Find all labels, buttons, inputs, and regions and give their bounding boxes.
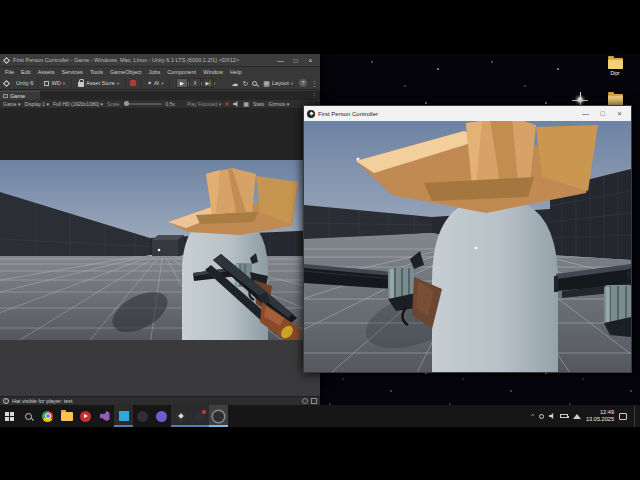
taskbar-chrome[interactable] xyxy=(38,405,57,427)
mute-audio-icon[interactable] xyxy=(233,101,239,107)
vscode-icon xyxy=(119,411,129,421)
vsync-grid-icon[interactable]: ▦ xyxy=(243,101,249,107)
play-button[interactable]: ▶ xyxy=(176,78,188,88)
cloud-icon[interactable]: ☁ xyxy=(231,80,238,87)
recorder-icon xyxy=(194,411,205,422)
menu-help[interactable]: Help xyxy=(230,69,242,75)
taskbar-search-button[interactable] xyxy=(19,405,38,427)
player-viewport[interactable] xyxy=(304,121,631,372)
taskbar-visual-studio[interactable] xyxy=(95,405,114,427)
chevron-down-icon: ▾ xyxy=(291,81,293,86)
game-viewport[interactable] xyxy=(0,109,320,396)
clock-time: 12:49 xyxy=(586,409,614,416)
letterbox-bottom xyxy=(0,340,320,396)
search-icon xyxy=(25,413,32,420)
people-tray-icon[interactable] xyxy=(539,414,544,419)
pause-button[interactable]: ‖ xyxy=(189,78,201,88)
taskbar-unity-hub[interactable] xyxy=(171,405,190,427)
panel-more-icon[interactable]: ⋮ xyxy=(311,91,317,98)
gizmos-dropdown[interactable]: Gizmos ▾ xyxy=(268,101,289,107)
desktop-folder-label: Dipr xyxy=(602,70,628,76)
maximize-button[interactable]: □ xyxy=(594,107,611,121)
start-button[interactable] xyxy=(0,405,19,427)
console-status-message[interactable]: Hat visible for player: test xyxy=(12,398,299,404)
show-desktop-button[interactable] xyxy=(634,405,637,427)
desktop-folder-2[interactable] xyxy=(602,94,628,105)
crosshair-dot xyxy=(158,249,161,252)
taskbar-vscode[interactable] xyxy=(114,405,133,427)
chevron-down-icon: ▾ xyxy=(161,81,163,86)
stats-button[interactable]: Stats xyxy=(253,101,264,107)
purple-app-icon xyxy=(156,411,167,422)
chevron-down-icon: ▾ xyxy=(63,81,65,86)
ai-dropdown[interactable]: ✦ AI ▾ xyxy=(145,78,165,88)
distant-cube xyxy=(152,235,184,258)
battery-icon[interactable] xyxy=(560,414,568,418)
more-menu-icon[interactable]: ⋮ xyxy=(311,80,318,87)
search-icon[interactable] xyxy=(252,81,257,86)
scale-slider-knob[interactable] xyxy=(124,101,129,106)
desktop[interactable]: Dipr First Person Controller - Game - Wi… xyxy=(0,54,640,405)
taskbar-app-purple[interactable] xyxy=(152,405,171,427)
menu-tools[interactable]: Tools xyxy=(90,69,103,75)
network-icon[interactable] xyxy=(573,414,581,419)
taskbar-game-window[interactable] xyxy=(209,405,228,427)
unity-version-button[interactable]: Unity 6 xyxy=(16,80,33,86)
activity-icon[interactable] xyxy=(302,398,308,404)
taskbar-clock[interactable]: 12:49 13.05.2025 xyxy=(586,409,614,424)
menu-gameobject[interactable]: GameObject xyxy=(110,69,141,75)
history-icon[interactable]: ↻ xyxy=(242,80,248,87)
view-mode-dropdown[interactable]: Game ▾ xyxy=(3,101,21,107)
minimize-button[interactable]: — xyxy=(577,107,594,121)
unity-hub-icon xyxy=(175,411,186,422)
asset-store-dropdown[interactable]: Asset Store ▾ xyxy=(76,78,121,88)
layout-grid-icon: ▦ xyxy=(263,80,270,87)
editor-statusbar[interactable]: ! Hat visible for player: test xyxy=(0,396,320,405)
info-icon: ! xyxy=(3,398,9,404)
volume-icon[interactable] xyxy=(549,413,555,419)
editor-game-scene xyxy=(0,160,320,340)
editor-window-title: First Person Controller - Game - Windows… xyxy=(13,57,273,63)
layout-dropdown[interactable]: ▦ Layout ▾ xyxy=(261,78,295,88)
menu-file[interactable]: File xyxy=(5,69,14,75)
minimize-button[interactable]: — xyxy=(273,54,288,66)
taskbar-file-explorer[interactable] xyxy=(57,405,76,427)
unity-editor-window: First Person Controller - Game - Windows… xyxy=(0,54,320,405)
editor-titlebar[interactable]: First Person Controller - Game - Windows… xyxy=(0,54,320,67)
close-button[interactable]: × xyxy=(611,107,628,121)
capture-icon[interactable] xyxy=(225,102,229,106)
resolution-dropdown[interactable]: Full HD (1920x1080) ▾ xyxy=(53,101,103,107)
scale-label: Scale xyxy=(107,101,120,107)
unity-logo-icon xyxy=(3,56,10,63)
tray-expand-icon[interactable]: ^ xyxy=(531,413,534,419)
account-dropdown[interactable]: WD ▾ xyxy=(42,78,67,88)
menu-window[interactable]: Window xyxy=(203,69,223,75)
letterbox-top xyxy=(0,109,320,160)
record-status-icon[interactable] xyxy=(130,80,136,86)
scale-slider[interactable] xyxy=(124,103,162,105)
game-app-icon xyxy=(213,411,224,422)
menu-services[interactable]: Services xyxy=(61,69,82,75)
unity-app-icon xyxy=(307,110,315,118)
help-icon[interactable]: ? xyxy=(299,79,307,87)
taskbar-media-app[interactable] xyxy=(76,405,95,427)
tab-game[interactable]: Game xyxy=(0,91,40,100)
step-button[interactable]: ▶| xyxy=(202,78,214,88)
menu-edit[interactable]: Edit xyxy=(21,69,31,75)
maximize-button[interactable]: □ xyxy=(288,54,303,66)
action-center-icon[interactable] xyxy=(619,413,627,420)
taskbar-recorder[interactable] xyxy=(190,405,209,427)
windows-logo-icon xyxy=(5,412,14,421)
display-dropdown[interactable]: Display 1 ▾ xyxy=(25,101,49,107)
player-titlebar[interactable]: First Person Controller — □ × xyxy=(304,106,631,121)
menu-jobs[interactable]: Jobs xyxy=(148,69,160,75)
play-focused-dropdown[interactable]: Play Focused ▾ xyxy=(187,101,221,107)
screen: Dipr First Person Controller - Game - Wi… xyxy=(0,0,640,480)
taskbar-app-dark[interactable] xyxy=(133,405,152,427)
desktop-folder-1[interactable]: Dipr xyxy=(602,58,628,76)
console-icon[interactable] xyxy=(311,398,317,404)
menu-component[interactable]: Component xyxy=(167,69,196,75)
close-button[interactable]: × xyxy=(303,54,318,66)
chrome-icon xyxy=(42,411,53,422)
menu-assets[interactable]: Assets xyxy=(38,69,55,75)
